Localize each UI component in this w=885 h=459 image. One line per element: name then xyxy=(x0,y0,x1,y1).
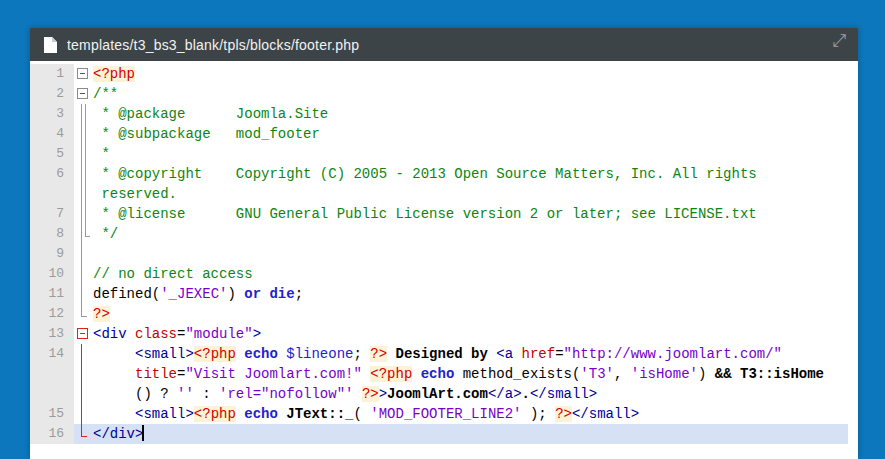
code-text[interactable]: reserved. xyxy=(93,184,848,204)
code-text[interactable]: * @license GNU General Public License ve… xyxy=(93,204,848,224)
code-segment-plain xyxy=(93,346,135,362)
code-segment-comment: * @package Joomla.Site xyxy=(93,106,328,122)
line-number: 14 xyxy=(30,344,74,364)
code-line[interactable]: 4 * @subpackage mod_footer xyxy=(30,124,848,144)
code-segment-plain xyxy=(236,346,244,362)
code-text[interactable]: <small><?php echo $lineone; ?> Designed … xyxy=(93,344,848,364)
code-line[interactable]: 16</div> xyxy=(30,424,848,444)
fold-gutter xyxy=(74,304,93,324)
code-segment-comment: /** xyxy=(93,86,118,102)
line-number: 6 xyxy=(30,164,74,184)
code-text[interactable]: * @copyright Copyright (C) 2005 - 2013 O… xyxy=(93,164,848,184)
code-segment-plain: () ? xyxy=(93,386,177,402)
file-path-title: templates/t3_bs3_blank/tpls/blocks/foote… xyxy=(67,37,832,53)
fold-gutter xyxy=(74,144,93,164)
line-number: 7 xyxy=(30,204,74,224)
code-segment-keyword: or die xyxy=(244,286,294,302)
code-segment-variable: $lineone xyxy=(286,346,353,362)
code-segment-phptag: ?> xyxy=(370,346,387,362)
code-text[interactable]: <div class="module"> xyxy=(93,324,848,344)
code-segment-string: 'isHome' xyxy=(631,366,698,382)
code-line[interactable]: 12?> xyxy=(30,304,848,324)
code-segment-string: 'rel="nofollow"' xyxy=(219,386,353,402)
code-segment-btext: JoomlArt.com xyxy=(387,386,488,402)
code-line[interactable]: title="Visit Joomlart.com!" <?php echo m… xyxy=(30,364,848,384)
code-line[interactable]: 9 xyxy=(30,244,848,264)
code-line[interactable]: 15 <small><?php echo JText::_( 'MOD_FOOT… xyxy=(30,404,848,424)
code-segment-phptag: <?php xyxy=(194,406,236,422)
code-segment-plain: ) xyxy=(698,366,715,382)
code-line[interactable]: 5 * xyxy=(30,144,848,164)
code-segment-plain: ; xyxy=(353,346,370,362)
code-text[interactable]: title="Visit Joomlart.com!" <?php echo m… xyxy=(93,364,848,384)
fold-toggle-icon[interactable] xyxy=(77,88,88,99)
line-number xyxy=(30,184,74,204)
code-line[interactable]: 7 * @license GNU General Public License … xyxy=(30,204,848,224)
code-segment-tag: </small> xyxy=(530,386,597,402)
code-line[interactable]: 2/** xyxy=(30,84,848,104)
code-segment-plain xyxy=(236,406,244,422)
code-segment-btext: && T3::isHome xyxy=(715,366,824,382)
code-segment-string: 'T3' xyxy=(580,366,614,382)
code-segment-plain xyxy=(353,386,361,402)
code-segment-plain: : xyxy=(194,386,219,402)
code-segment-comment: * xyxy=(93,146,110,162)
code-text[interactable]: // no direct access xyxy=(93,264,848,284)
expand-fullscreen-icon[interactable]: ⤢ xyxy=(832,32,846,49)
code-segment-tag: <a xyxy=(496,346,521,362)
code-text[interactable] xyxy=(93,244,848,264)
code-segment-tag: <small> xyxy=(135,346,194,362)
code-segment-tag: <small> xyxy=(135,406,194,422)
file-document-icon xyxy=(44,37,57,53)
code-segment-btext: Designed by xyxy=(387,346,496,362)
code-line[interactable]: 11defined('_JEXEC') or die; xyxy=(30,284,848,304)
code-segment-plain xyxy=(93,366,135,382)
fold-gutter xyxy=(74,284,93,304)
fold-gutter xyxy=(74,264,93,284)
fold-guide-line xyxy=(85,204,86,224)
code-text[interactable]: * @package Joomla.Site xyxy=(93,104,848,124)
code-segment-string: "Visit Joomlart.com!" xyxy=(185,366,361,382)
line-number: 12 xyxy=(30,304,74,324)
code-segment-plain: method_exists( xyxy=(454,366,580,382)
code-text[interactable]: * @subpackage mod_footer xyxy=(93,124,848,144)
fold-guide-line xyxy=(81,224,82,244)
fold-gutter xyxy=(74,124,93,144)
code-text[interactable]: () ? '' : 'rel="nofollow"' ?>>JoomlArt.c… xyxy=(93,384,848,404)
code-line[interactable]: 14 <small><?php echo $lineone; ?> Design… xyxy=(30,344,848,364)
code-text[interactable]: <?php xyxy=(93,64,848,84)
code-text[interactable]: ?> xyxy=(93,304,848,324)
code-text[interactable]: */ xyxy=(93,224,848,244)
code-line[interactable]: () ? '' : 'rel="nofollow"' ?>>JoomlArt.c… xyxy=(30,384,848,404)
code-text[interactable]: <small><?php echo JText::_( 'MOD_FOOTER_… xyxy=(93,404,848,424)
code-line[interactable]: reserved. xyxy=(30,184,848,204)
code-line[interactable]: 13<div class="module"> xyxy=(30,324,848,344)
code-text[interactable]: defined('_JEXEC') or die; xyxy=(93,284,848,304)
fold-toggle-icon[interactable] xyxy=(77,328,88,339)
code-segment-string: "http://www.joomlart.com/" xyxy=(564,346,782,362)
code-segment-phptag: ?> xyxy=(362,386,379,402)
fold-toggle-icon[interactable] xyxy=(77,68,88,79)
code-line[interactable]: 3 * @package Joomla.Site xyxy=(30,104,848,124)
code-segment-tag: > xyxy=(379,386,387,402)
fold-gutter xyxy=(74,84,93,104)
code-line[interactable]: 8 */ xyxy=(30,224,848,244)
fold-guide-line xyxy=(81,384,82,404)
fold-gutter xyxy=(74,424,93,444)
fold-gutter xyxy=(74,244,93,264)
code-text[interactable]: /** xyxy=(93,84,848,104)
code-line[interactable]: 10// no direct access xyxy=(30,264,848,284)
code-text[interactable]: * xyxy=(93,144,848,164)
fold-gutter xyxy=(74,404,93,424)
code-line[interactable]: 6 * @copyright Copyright (C) 2005 - 2013… xyxy=(30,164,848,184)
code-line[interactable]: 1<?php xyxy=(30,64,848,84)
code-segment-plain: ( xyxy=(353,406,370,422)
fold-guide-line xyxy=(81,124,82,144)
fold-gutter xyxy=(74,224,93,244)
fold-guide-line xyxy=(81,164,82,184)
code-area[interactable]: 1<?php2/**3 * @package Joomla.Site4 * @s… xyxy=(30,61,858,459)
code-segment-comment: */ xyxy=(93,226,118,242)
fold-guide-line xyxy=(81,184,82,204)
code-text[interactable]: </div> xyxy=(93,424,848,444)
code-segment-attr: class xyxy=(135,326,177,342)
